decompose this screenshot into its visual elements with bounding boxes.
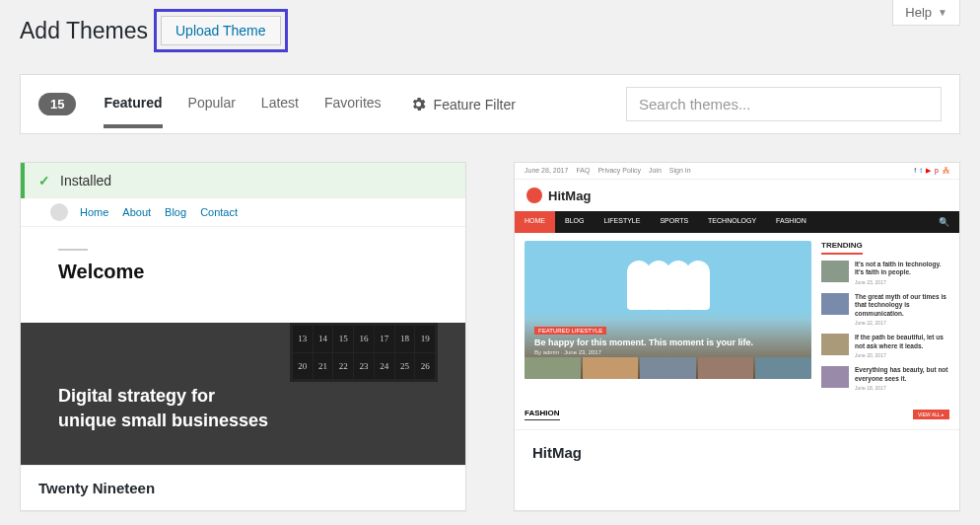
- search-input[interactable]: [626, 87, 942, 121]
- upload-theme-highlight: Upload Theme: [154, 9, 288, 52]
- theme-card-hitmag[interactable]: June 28, 2017 FAQ Privacy Policy Join Si…: [514, 162, 960, 511]
- feature-filter-button[interactable]: Feature Filter: [411, 97, 516, 112]
- logo-icon: [526, 188, 542, 203]
- help-tab[interactable]: Help ▼: [892, 0, 960, 26]
- youtube-icon: ▶: [926, 167, 931, 175]
- feature-filter-label: Feature Filter: [434, 97, 516, 112]
- theme-preview: Home About Blog Contact Welcome 13 14 15…: [21, 198, 465, 465]
- help-label: Help: [905, 5, 932, 20]
- logo-text: HitMag: [548, 188, 591, 203]
- installed-badge: ✓ Installed: [21, 163, 465, 198]
- preview-heading: Welcome: [58, 261, 465, 283]
- avatar-icon: [50, 203, 68, 221]
- installed-label: Installed: [60, 173, 111, 188]
- calendar-graphic: 13 14 15 16 17 18 19 20 21 22 23 24 25 2…: [290, 323, 438, 382]
- filter-bar: 15 Featured Popular Latest Favorites Fea…: [20, 74, 960, 134]
- upload-theme-button[interactable]: Upload Theme: [161, 16, 281, 45]
- tab-latest[interactable]: Latest: [261, 95, 299, 128]
- trending-heading: TRENDING: [821, 241, 863, 255]
- hero-image: FEATURED LIFESTYLE Be happy for this mom…: [525, 241, 811, 379]
- theme-name: HitMag: [515, 429, 959, 475]
- chevron-down-icon: ▼: [938, 7, 947, 18]
- check-icon: ✓: [38, 173, 50, 188]
- tab-favorites[interactable]: Favorites: [324, 95, 382, 128]
- tab-popular[interactable]: Popular: [188, 95, 236, 128]
- gear-icon: [411, 97, 426, 112]
- filter-tabs: Featured Popular Latest Favorites: [104, 95, 381, 114]
- page-title: Add Themes: [20, 18, 148, 44]
- twitter-icon: t: [920, 167, 922, 175]
- search-icon: 🔍: [929, 211, 959, 233]
- theme-count-badge: 15: [38, 93, 76, 115]
- theme-card-twenty-nineteen[interactable]: ✓ Installed Home About Blog Contact Welc…: [20, 162, 466, 511]
- theme-name: Twenty Nineteen: [21, 465, 465, 510]
- rss-icon: ⁂: [943, 167, 949, 175]
- theme-preview: June 28, 2017 FAQ Privacy Policy Join Si…: [515, 163, 959, 429]
- tab-featured[interactable]: Featured: [104, 95, 162, 128]
- facebook-icon: f: [914, 167, 916, 175]
- pinterest-icon: p: [935, 167, 939, 175]
